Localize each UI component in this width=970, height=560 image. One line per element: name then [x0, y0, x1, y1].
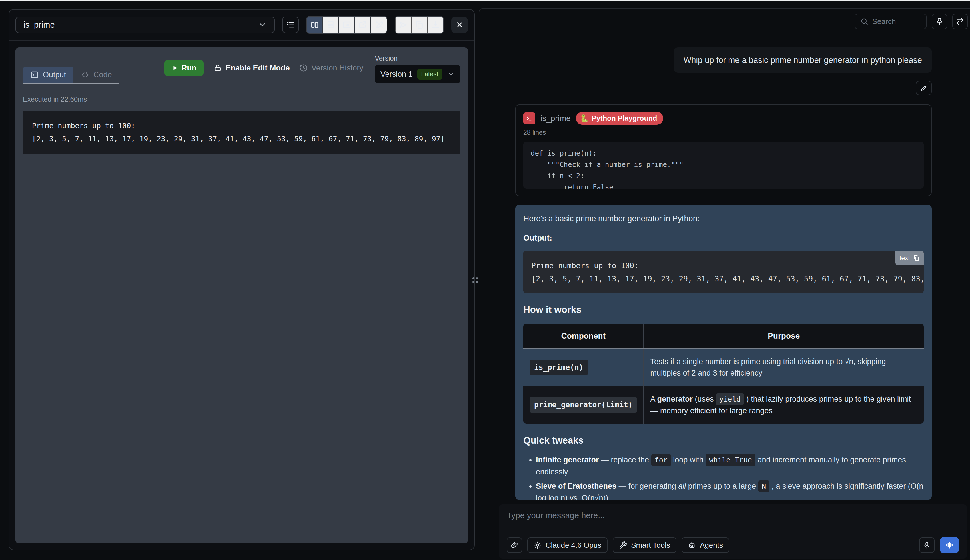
artifact-name: is_prime	[541, 114, 571, 123]
list-item: Sieve of Eratosthenes — for generating a…	[536, 480, 924, 500]
message-composer: Claude 4.6 Opus Smart Tools Agents	[499, 504, 967, 559]
program-output: Prime numbers up to 100: [2, 3, 5, 7, 11…	[23, 111, 461, 154]
user-message: Whip up for me a basic prime number gene…	[674, 47, 932, 73]
enable-edit-mode-button[interactable]: Enable Edit Mode	[214, 63, 290, 72]
pin-icon	[935, 17, 944, 26]
run-actions: Run Enable Edit Mode Versi	[164, 53, 461, 83]
component-code-chip: is_prime(n)	[529, 360, 588, 375]
layout-rows-button[interactable]	[323, 17, 339, 33]
assistant-output-label: Output:	[523, 232, 924, 244]
latest-badge: Latest	[417, 69, 442, 80]
close-icon	[455, 20, 464, 29]
ordered-list-icon	[286, 20, 295, 29]
version-history-button[interactable]: Version History	[299, 63, 363, 72]
pin-button[interactable]	[932, 14, 947, 29]
model-selector-button[interactable]: Claude 4.6 Opus	[527, 537, 608, 553]
version-block: Version Version 1 Latest	[375, 54, 461, 83]
table-header-component: Component	[523, 324, 644, 349]
robot-icon	[688, 541, 696, 549]
chat-panel: Whip up for me a basic prime number gene…	[479, 8, 970, 560]
smart-tools-label: Smart Tools	[631, 541, 670, 550]
python-playground-badge-label: Python Playground	[591, 114, 657, 122]
code-language-badge[interactable]: text	[895, 251, 924, 265]
download-button[interactable]	[427, 17, 443, 33]
picture-in-picture-icon	[342, 20, 351, 29]
component-code-chip: prime_generator(limit)	[529, 397, 637, 413]
how-it-works-heading: How it works	[523, 303, 924, 317]
search-box[interactable]	[855, 14, 927, 29]
chevron-down-icon	[258, 20, 267, 29]
playground-body: Output Code	[9, 40, 474, 550]
assistant-code-block: text Prime numbers up to 100: [2, 3, 5, …	[523, 251, 924, 293]
file-list-button[interactable]	[282, 17, 299, 33]
tab-output-label: Output	[43, 70, 66, 79]
copy-button[interactable]	[411, 17, 427, 33]
copy-icon	[913, 255, 920, 262]
window-top-edge	[0, 0, 970, 2]
tab-code[interactable]: Code	[73, 67, 119, 83]
assistant-message: Here's a basic prime number generator in…	[515, 205, 932, 500]
version-history-label: Version History	[311, 63, 363, 72]
artifact-card[interactable]: is_prime 🐍 Python Playground 28 lines de…	[515, 105, 932, 196]
play-icon	[172, 65, 178, 71]
conversation-area[interactable]: Whip up for me a basic prime number gene…	[479, 32, 970, 500]
tab-code-label: Code	[93, 70, 112, 79]
voice-mode-button[interactable]	[940, 537, 959, 553]
send-button[interactable]	[395, 17, 411, 33]
playground-toolbar: is_prime	[9, 10, 474, 40]
table-row: prime_generator(limit) A generator (uses…	[523, 386, 924, 423]
run-card-header: Output Code	[15, 47, 468, 83]
run-output-section: Executed in 22.60ms Prime numbers up to …	[15, 88, 468, 161]
gear-icon	[534, 541, 541, 549]
quick-tweaks-heading: Quick tweaks	[523, 433, 924, 448]
code-icon	[81, 70, 89, 79]
agents-button[interactable]: Agents	[681, 537, 729, 553]
code-language-label: text	[900, 253, 910, 263]
close-panel-button[interactable]	[451, 17, 468, 33]
file-selector[interactable]: is_prime	[15, 17, 275, 33]
brush-off-icon	[374, 20, 384, 29]
version-label: Version	[375, 54, 397, 62]
microphone-icon	[923, 541, 931, 549]
tools-icon	[619, 541, 627, 549]
table-row: is_prime(n) Tests if a single number is …	[523, 348, 924, 386]
download-icon	[431, 20, 440, 29]
chevron-down-icon	[447, 70, 455, 78]
python-playground-badge[interactable]: 🐍 Python Playground	[576, 112, 663, 125]
artifact-line-count: 28 lines	[523, 129, 924, 137]
unlock-icon	[214, 63, 222, 72]
message-input[interactable]	[507, 511, 959, 523]
run-button[interactable]: Run	[164, 60, 204, 76]
swap-panels-button[interactable]	[952, 14, 968, 29]
artifact-header: is_prime 🐍 Python Playground	[523, 112, 924, 125]
waveform-icon	[945, 541, 954, 550]
app-window: is_prime	[0, 0, 970, 560]
purpose-cell: Tests if a single number is prime using …	[644, 348, 924, 386]
version-select-value: Version 1	[381, 70, 413, 79]
external-link-icon	[358, 20, 367, 29]
copy-icon	[415, 20, 424, 29]
edit-message-button[interactable]	[916, 81, 932, 95]
tab-output[interactable]: Output	[23, 67, 73, 83]
attach-file-button[interactable]	[507, 537, 522, 553]
microphone-button[interactable]	[919, 537, 935, 553]
smart-tools-button[interactable]: Smart Tools	[613, 537, 676, 553]
execution-time: Executed in 22.60ms	[23, 95, 461, 103]
model-selector-label: Claude 4.6 Opus	[546, 541, 601, 550]
enable-edit-mode-label: Enable Edit Mode	[225, 63, 290, 72]
purpose-cell: A generator (uses yield ) that lazily pr…	[644, 386, 924, 423]
picture-in-picture-button[interactable]	[339, 17, 355, 33]
history-icon	[299, 63, 308, 72]
disable-styles-button[interactable]	[371, 17, 387, 33]
search-input[interactable]	[872, 17, 915, 26]
open-external-button[interactable]	[355, 17, 371, 33]
layout-columns-button[interactable]	[307, 17, 323, 33]
layout-toggle-group	[306, 16, 387, 34]
search-icon	[860, 17, 868, 25]
terminal-icon	[523, 112, 535, 125]
agents-label: Agents	[700, 541, 723, 550]
rows-layout-icon	[326, 20, 336, 29]
python-icon: 🐍	[580, 114, 589, 122]
version-select[interactable]: Version 1 Latest	[375, 65, 461, 83]
pencil-icon	[920, 84, 928, 92]
